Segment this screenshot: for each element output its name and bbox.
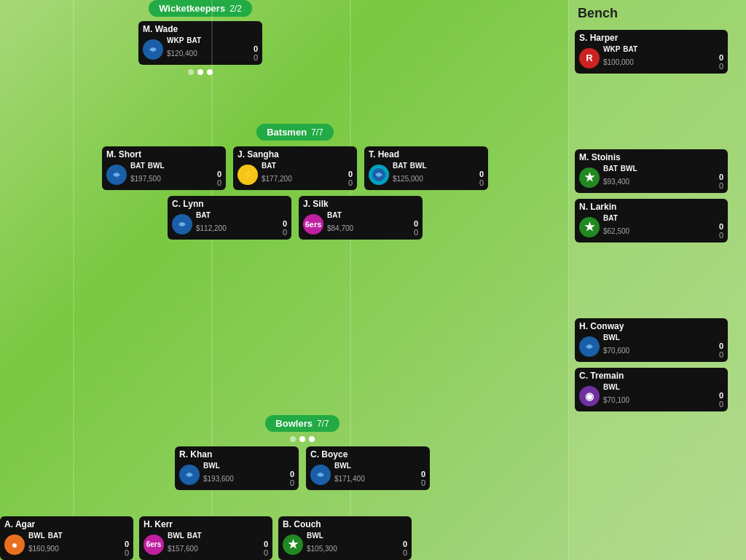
team-badge-larkin: ★: [579, 217, 600, 237]
player-card-wade[interactable]: M. Wade WKP BAT $120,400 0 0: [138, 21, 262, 65]
team-badge-couch: ★: [283, 535, 303, 555]
main-area: Wicketkeepers 2/2 M. Wade WKP BAT $120,4…: [0, 0, 568, 560]
team-badge-khan: [179, 465, 200, 485]
connector-v1: [73, 0, 74, 560]
team-badge-short: [106, 165, 127, 185]
team-badge-wade: [143, 39, 163, 60]
team-badge-boyce: [310, 465, 331, 485]
player-card-agar[interactable]: A. Agar ● BWL BAT $160,900 0 0: [0, 516, 133, 560]
bowlers-header: Bowlers 7/7: [265, 415, 339, 432]
player-card-harper[interactable]: S. Harper R WKP BAT $100,000 0 0: [575, 30, 728, 74]
bench-title: Bench: [569, 0, 746, 27]
player-card-head[interactable]: T. Head BAT BWL $125,000 0: [364, 146, 488, 190]
team-badge-head: [369, 165, 389, 185]
team-badge-harper: R: [579, 48, 600, 68]
team-badge-stoinis: ★: [579, 167, 600, 188]
batsmen-header: Batsmen 7/7: [256, 124, 334, 141]
wicketkeepers-dots: [188, 69, 213, 75]
player-card-khan[interactable]: R. Khan BWL $193,600 0 0: [175, 446, 299, 490]
team-badge-kerr: 6ers: [144, 535, 164, 555]
player-card-sangha[interactable]: J. Sangha ⚡ BAT $177,200 0 0: [233, 146, 357, 190]
player-card-kerr[interactable]: H. Kerr 6ers BWL BAT $157,600 0 0: [139, 516, 272, 560]
wicketkeepers-header: Wicketkeepers 2/2: [149, 0, 252, 17]
player-card-lynn[interactable]: C. Lynn BAT $112,200 0 0: [168, 196, 291, 240]
player-card-short[interactable]: M. Short BAT BWL $197,500 0: [102, 146, 226, 190]
player-card-conway[interactable]: H. Conway BWL $70,600 0 0: [575, 318, 728, 362]
player-card-tremain[interactable]: C. Tremain ◉ BWL $70,100 0 0: [575, 368, 728, 411]
team-badge-sangha: ⚡: [237, 165, 258, 185]
player-card-silk[interactable]: J. Silk 6ers BAT $84,700 0 0: [299, 196, 423, 240]
team-badge-tremain: ◉: [579, 386, 600, 406]
team-badge-agar: ●: [4, 535, 25, 555]
bowlers-dots: [290, 436, 315, 442]
bench-area: Bench S. Harper R WKP BAT $100,000 0: [568, 0, 746, 560]
team-badge-conway: [579, 336, 600, 357]
team-badge-silk: 6ers: [303, 214, 323, 234]
player-card-couch[interactable]: B. Couch ★ BWL $105,300 0 0: [278, 516, 412, 560]
player-card-boyce[interactable]: C. Boyce BWL $171,400 0 0: [306, 446, 430, 490]
player-card-stoinis[interactable]: M. Stoinis ★ BAT BWL $93,400 0 0: [575, 149, 728, 193]
team-badge-lynn: [172, 214, 192, 234]
player-card-larkin[interactable]: N. Larkin ★ BAT $62,500 0 0: [575, 199, 728, 242]
